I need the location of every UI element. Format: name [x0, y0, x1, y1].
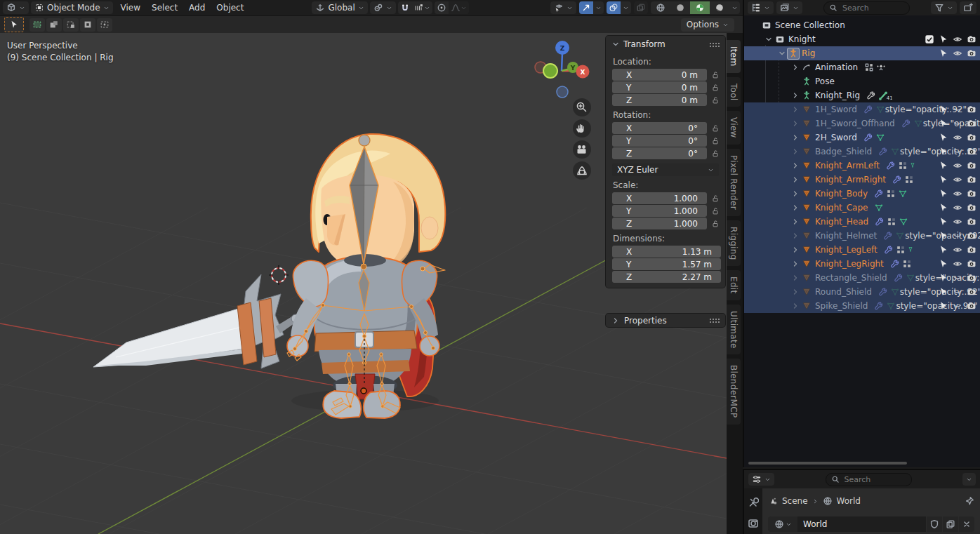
expand-chevron-icon[interactable]	[790, 133, 800, 142]
breadcrumb-world[interactable]: World	[837, 496, 861, 506]
outliner-row-knight-body[interactable]: Knight_Body	[744, 187, 980, 201]
rotation-x-field[interactable]: X0°	[612, 122, 707, 134]
outliner-row-knight-helmet[interactable]: Knight_Helmet style="opacity:.92"	[744, 229, 980, 243]
shading-material-preview-button[interactable]	[690, 1, 710, 14]
gizmo-axis-z[interactable]: Z	[555, 41, 569, 55]
outliner-row-knight-legleft[interactable]: Knight_LegLeft	[744, 243, 980, 257]
visibility-toggle[interactable]	[953, 175, 962, 185]
tab-view[interactable]: View	[727, 111, 741, 145]
expand-chevron-icon[interactable]	[790, 274, 800, 282]
render-visibility-toggle[interactable]	[967, 231, 976, 241]
outliner-row-knight-head[interactable]: Knight_Head	[744, 215, 980, 229]
render-visibility-toggle[interactable]	[967, 175, 976, 185]
shading-solid-button[interactable]	[670, 1, 690, 14]
outliner-row-knight-legright[interactable]: Knight_LegRight	[744, 257, 980, 271]
visibility-toggle[interactable]	[953, 161, 962, 171]
properties-search[interactable]	[826, 473, 912, 486]
selectable-toggle[interactable]	[939, 287, 948, 297]
expand-chevron-icon[interactable]	[790, 203, 800, 212]
expand-chevron-icon[interactable]	[790, 288, 800, 296]
outliner-row-knight-armright[interactable]: Knight_ArmRight	[744, 173, 980, 187]
select-mode-extend[interactable]	[46, 18, 62, 32]
outliner-search-input[interactable]	[841, 3, 904, 13]
outliner-row-rig[interactable]: Rig	[744, 46, 980, 60]
outliner-editor-type-button[interactable]	[748, 1, 774, 14]
selectable-toggle[interactable]	[939, 217, 948, 227]
gizmo-dropdown[interactable]	[593, 1, 604, 14]
visibility-toggle[interactable]	[953, 48, 962, 58]
selectable-toggle[interactable]	[939, 147, 948, 156]
outliner-display-mode-button[interactable]	[776, 1, 802, 14]
render-visibility-toggle[interactable]	[967, 203, 976, 213]
render-visibility-toggle[interactable]	[967, 48, 976, 58]
outliner-row-knight-cape[interactable]: Knight_Cape	[744, 201, 980, 215]
visibility-toggle[interactable]	[953, 301, 962, 311]
visibility-toggle[interactable]	[953, 259, 962, 269]
selectable-toggle[interactable]	[939, 119, 948, 128]
properties-options-button[interactable]	[962, 473, 976, 486]
lock-icon[interactable]	[710, 207, 721, 215]
snap-with-dropdown[interactable]	[412, 1, 432, 14]
outliner-row-1h-sword-offhand[interactable]: 1H_Sword_Offhand style="opacity:.92"	[744, 116, 980, 131]
mode-dropdown[interactable]: Object Mode	[31, 1, 113, 14]
world-name-field[interactable]: World	[797, 516, 926, 532]
visibility-toggle[interactable]	[953, 34, 962, 44]
outliner-row-scene-collection[interactable]: Scene Collection	[744, 18, 980, 32]
tab-rigging[interactable]: Rigging	[727, 220, 741, 267]
render-visibility-toggle[interactable]	[967, 245, 976, 255]
dimensions-y-field[interactable]: Y1.57 m	[612, 258, 721, 270]
expand-chevron-icon[interactable]	[763, 35, 774, 44]
outliner-row-round-shield[interactable]: Round_Shield style="opacity:.92"	[744, 285, 980, 299]
tab-tool[interactable]: Tool	[727, 77, 741, 107]
orientation-dropdown[interactable]: Global	[312, 1, 367, 14]
expand-chevron-icon[interactable]	[790, 161, 800, 170]
tab-item[interactable]: Item	[727, 40, 741, 73]
selectable-toggle[interactable]	[939, 259, 948, 269]
render-visibility-toggle[interactable]	[967, 34, 976, 44]
selectable-toggle[interactable]	[939, 231, 948, 241]
panel-drag-handle[interactable]	[709, 318, 720, 323]
location-x-field[interactable]: X0 m	[612, 69, 707, 81]
visibility-toggle[interactable]	[953, 273, 962, 283]
editor-type-button[interactable]	[3, 1, 29, 14]
pivot-point-dropdown[interactable]	[370, 1, 396, 14]
falloff-dropdown[interactable]	[449, 1, 469, 14]
selectable-toggle[interactable]	[939, 301, 948, 311]
selectable-toggle[interactable]	[939, 203, 948, 213]
outliner-row-1h-sword[interactable]: 1H_Sword style="opacity:.92"	[744, 102, 980, 116]
expand-chevron-icon[interactable]	[790, 302, 800, 310]
expand-chevron-icon[interactable]	[790, 246, 800, 254]
menu-object[interactable]: Object	[211, 3, 249, 13]
outliner-row-pose[interactable]: Pose	[744, 74, 980, 88]
properties-editor-type-button[interactable]	[748, 473, 774, 486]
visibility-toggle[interactable]	[953, 287, 962, 297]
visibility-toggle[interactable]	[953, 231, 962, 241]
visibility-toggle[interactable]	[953, 217, 962, 227]
expand-chevron-icon[interactable]	[790, 189, 800, 198]
dimensions-x-field[interactable]: X1.13 m	[612, 246, 721, 258]
outliner-filter-button[interactable]	[931, 1, 957, 14]
lock-icon[interactable]	[710, 96, 721, 105]
shading-dropdown[interactable]	[729, 1, 740, 14]
panel-drag-handle[interactable]	[709, 42, 720, 47]
show-overlays-toggle[interactable]	[607, 1, 621, 14]
outliner-row-knight-rig[interactable]: Knight_Rig41	[744, 88, 980, 102]
lock-icon[interactable]	[710, 124, 721, 133]
overlays-dropdown[interactable]	[621, 1, 631, 14]
outliner-row-2h-sword[interactable]: 2H_Sword	[744, 131, 980, 145]
expand-chevron-icon[interactable]	[790, 91, 800, 100]
show-gizmo-toggle[interactable]	[579, 1, 593, 14]
gizmo-axis-x[interactable]: X	[576, 65, 590, 79]
properties-collapsed-panel[interactable]: Properties	[605, 313, 726, 328]
outliner-row-rectangle-shield[interactable]: Rectangle_Shield style="opacity:.92"	[744, 271, 980, 285]
tool-tab-icon[interactable]	[748, 497, 759, 508]
expand-chevron-icon[interactable]	[790, 119, 800, 128]
expand-chevron-icon[interactable]	[790, 260, 800, 268]
select-mode-subtract[interactable]	[63, 18, 79, 32]
scale-x-field[interactable]: X1.000	[612, 192, 707, 204]
selectable-toggle[interactable]	[939, 34, 948, 44]
outliner-row-spike-shield[interactable]: Spike_Shield style="opacity:.92"	[744, 299, 980, 313]
rotation-z-field[interactable]: Z0°	[612, 147, 707, 159]
selectable-toggle[interactable]	[939, 273, 948, 283]
selectable-toggle[interactable]	[939, 175, 948, 185]
